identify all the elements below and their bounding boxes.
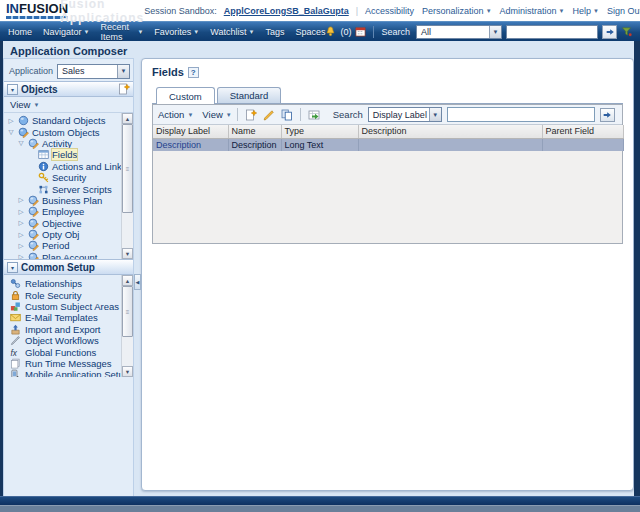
nav-link-spaces[interactable]: Spaces <box>295 27 325 37</box>
collapse-node-icon[interactable]: ▽ <box>17 139 25 147</box>
common-setup-section-header[interactable]: ▾ Common Setup <box>4 259 133 275</box>
tree-item-period[interactable]: ▷Period <box>4 240 121 251</box>
common-setup-item-relationships[interactable]: Relationships <box>4 278 121 289</box>
advanced-search-icon[interactable] <box>621 26 632 37</box>
alerts-bell-icon[interactable] <box>325 26 336 37</box>
expand-node-icon[interactable]: ▷ <box>17 231 25 239</box>
tree-scrollbar-thumb[interactable]: ≡ <box>122 124 133 213</box>
table-cell <box>542 138 623 151</box>
nav-link-navigator[interactable]: Navigator▼ <box>43 27 89 37</box>
tree-view-menu[interactable]: View▼ <box>10 99 39 110</box>
nav-link-home[interactable]: Home <box>8 27 32 37</box>
application-select[interactable]: Sales ▼ <box>57 64 130 79</box>
expand-node-icon[interactable]: ▷ <box>17 208 25 216</box>
chevron-down-icon: ▼ <box>559 8 565 14</box>
common-setup-item-import-and-export[interactable]: Import and Export <box>4 324 121 335</box>
view-menu-button[interactable]: View▼ <box>202 109 231 120</box>
common-setup-scrollbar[interactable]: ▲ ≡ ▼ <box>121 275 133 377</box>
tab-standard[interactable]: Standard <box>217 87 282 103</box>
column-header-type[interactable]: Type <box>281 125 358 138</box>
expand-node-icon[interactable]: ▷ <box>17 219 25 227</box>
tree-item-business-plan[interactable]: ▷Business Plan <box>4 195 121 206</box>
tab-custom[interactable]: Custom <box>156 87 215 104</box>
tree-item-label: Actions and Links <box>52 161 121 172</box>
collapse-node-icon[interactable]: ▽ <box>7 128 15 136</box>
session-sandbox-link[interactable]: ApplCoreLongSB_BalaGupta <box>224 6 349 16</box>
header-link-personalization[interactable]: Personalization▼ <box>422 6 492 16</box>
search-by-dropdown-icon[interactable]: ▼ <box>429 108 441 121</box>
tree-item-plan-account[interactable]: ▷Plan Account <box>4 252 121 259</box>
scroll-down-icon[interactable]: ▼ <box>122 366 133 377</box>
search-scope-value: All <box>417 27 489 37</box>
panel-splitter[interactable]: ◀ <box>134 58 141 496</box>
header-link-administration[interactable]: Administration▼ <box>500 6 565 16</box>
search-scope-dropdown-icon[interactable]: ▼ <box>489 26 501 38</box>
tree-item-security[interactable]: Security <box>4 172 121 183</box>
menu-label: Action <box>158 109 184 120</box>
scroll-up-icon[interactable]: ▲ <box>122 275 133 286</box>
header-link-label: Sign Out <box>607 6 640 16</box>
nav-link-favorites[interactable]: Favorites▼ <box>154 27 199 37</box>
tree-item-fields[interactable]: Fields <box>4 149 121 160</box>
tree-item-actions-and-links[interactable]: Actions and Links <box>4 161 121 172</box>
tree-item-standard-objects[interactable]: ▷Standard Objects <box>4 115 121 126</box>
collapse-common-setup-icon[interactable]: ▾ <box>7 262 18 273</box>
objects-section-header[interactable]: ▾ Objects <box>4 81 133 97</box>
tree-item-opty-obj[interactable]: ▷Opty Obj <box>4 229 121 240</box>
nav-link-watchlist[interactable]: Watchlist▼ <box>210 27 254 37</box>
calendar-icon[interactable] <box>355 26 366 37</box>
scroll-up-icon[interactable]: ▲ <box>122 113 133 124</box>
field-search-go-button[interactable] <box>600 108 615 122</box>
common-setup-item-role-security[interactable]: Role Security <box>4 289 121 300</box>
common-setup-item-mobile-application-setup[interactable]: Mobile Application Setup <box>4 369 121 377</box>
table-row[interactable]: DescriptionDescriptionLong Text <box>153 138 623 151</box>
common-setup-item-custom-subject-areas[interactable]: Custom Subject Areas <box>4 301 121 312</box>
tree-item-custom-objects[interactable]: ▽Custom Objects <box>4 126 121 137</box>
global-search-input[interactable] <box>506 25 598 39</box>
nav-link-label: Favorites <box>154 27 191 37</box>
new-object-icon[interactable] <box>118 83 130 95</box>
field-search-input[interactable] <box>447 107 595 122</box>
expand-node-icon[interactable]: ▷ <box>17 242 25 250</box>
new-icon[interactable] <box>243 107 259 122</box>
expand-node-icon[interactable]: ▷ <box>7 117 15 125</box>
nav-link-recent-items[interactable]: Recent Items▼ <box>101 22 144 42</box>
common-setup-scrollbar-thumb[interactable]: ≡ <box>122 286 133 337</box>
common-setup-item-run-time-messages[interactable]: Run Time Messages <box>4 358 121 369</box>
column-header-display-label[interactable]: Display Label <box>153 125 228 138</box>
help-icon[interactable]: ? <box>188 67 199 78</box>
search-scope-select[interactable]: All ▼ <box>416 25 502 39</box>
tree-toolbar: View▼ <box>4 97 133 113</box>
common-setup-item-label: Custom Subject Areas <box>25 301 119 312</box>
search-by-select[interactable]: Display Label ▼ <box>368 107 442 122</box>
chevron-down-icon: ▼ <box>226 112 232 118</box>
edit-icon[interactable] <box>261 107 277 122</box>
common-setup-item-global-functions[interactable]: fxGlobal Functions <box>4 346 121 357</box>
tree-item-employee[interactable]: ▷Employee <box>4 206 121 217</box>
column-header-parent-field[interactable]: Parent Field <box>542 125 623 138</box>
tree-item-objective[interactable]: ▷Objective <box>4 218 121 229</box>
logo-bar <box>6 16 68 19</box>
detach-icon[interactable] <box>306 107 322 122</box>
action-menu-button[interactable]: Action▼ <box>158 109 193 120</box>
fields-table: Display LabelNameTypeDescriptionParent F… <box>153 125 624 151</box>
header-link-accessibility[interactable]: Accessibility <box>365 6 414 16</box>
column-header-name[interactable]: Name <box>228 125 281 138</box>
tree-scrollbar[interactable]: ▲ ≡ ▼ <box>121 113 133 259</box>
column-header-description[interactable]: Description <box>358 125 542 138</box>
collapse-panel-icon[interactable]: ◀ <box>134 274 141 290</box>
common-setup-item-e-mail-templates[interactable]: E-Mail Templates <box>4 312 121 323</box>
search-go-button[interactable] <box>602 25 617 39</box>
tree-item-server-scripts[interactable]: Server Scripts <box>4 183 121 194</box>
common-setup-item-object-workflows[interactable]: Object Workflows <box>4 335 121 346</box>
collapse-objects-icon[interactable]: ▾ <box>7 84 18 95</box>
field-link-cell[interactable]: Description <box>153 138 228 151</box>
header-link-help[interactable]: Help▼ <box>573 6 599 16</box>
scroll-down-icon[interactable]: ▼ <box>122 248 133 259</box>
nav-link-tags[interactable]: Tags <box>265 27 284 37</box>
expand-node-icon[interactable]: ▷ <box>17 196 25 204</box>
header-link-sign-out[interactable]: Sign Out <box>607 6 640 16</box>
tree-item-activity[interactable]: ▽Activity <box>4 138 121 149</box>
application-dropdown-icon[interactable]: ▼ <box>117 65 129 78</box>
duplicate-icon[interactable] <box>279 107 295 122</box>
